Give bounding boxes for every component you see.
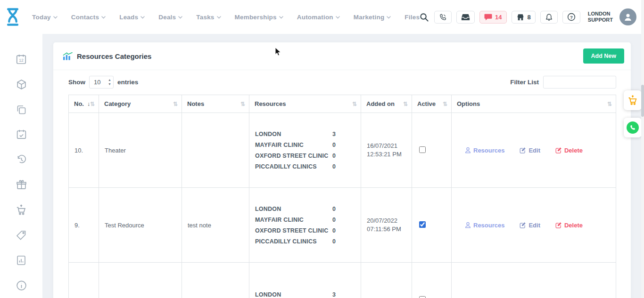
chevron-down-icon [217, 16, 221, 19]
cell-added-on: 16/07/2021 12:53:21 PM [361, 113, 412, 188]
resources-link[interactable]: Resources [465, 222, 504, 229]
delete-icon [555, 222, 562, 228]
edit-link[interactable]: Edit [524, 297, 536, 298]
col-header-options[interactable]: ⇅Options [452, 95, 616, 113]
col-header-added-on[interactable]: ⇅Added on [361, 95, 412, 113]
resource-line: PICCADILLY CLINICS0 [255, 163, 356, 170]
col-header-resources[interactable]: ⇅Resources [249, 95, 361, 113]
resource-line: PICCADILLY CLINICS0 [255, 238, 356, 245]
nav-item-files[interactable]: Files [405, 14, 420, 21]
search-button[interactable] [420, 13, 429, 22]
col-header-no[interactable]: ⇅↓No. [69, 95, 99, 113]
floating-widgets [624, 90, 642, 137]
chevron-down-icon [387, 16, 391, 19]
user-avatar[interactable] [619, 8, 636, 25]
nav-item-memberships[interactable]: Memberships [235, 14, 283, 21]
sidebar-item-reports[interactable] [0, 248, 42, 273]
filter-label: Filter List [510, 79, 539, 86]
svg-text:?: ? [570, 15, 573, 20]
sort-icon: ⇅ [443, 101, 447, 107]
resource-line: OXFORD STREET CLINIC0 [255, 227, 356, 234]
resource-line: LONDON3 [255, 291, 356, 298]
nav-item-marketing[interactable]: Marketing [354, 14, 391, 21]
phone-calls-button[interactable] [434, 11, 452, 24]
active-checkbox[interactable] [419, 146, 426, 153]
active-checkbox[interactable] [419, 296, 426, 298]
bell-icon [545, 13, 553, 21]
sidebar-item-gifts[interactable] [0, 172, 42, 197]
card-body: Show 10 ▲▼ entries Filter List [53, 70, 631, 298]
nav-item-today[interactable]: Today [32, 14, 58, 21]
cell-active [412, 188, 452, 263]
sidebar-item-tags[interactable] [0, 223, 42, 248]
col-header-category[interactable]: ⇅Category [99, 95, 182, 113]
main-nav: Today Contacts Leads Deals Tasks Members… [32, 14, 420, 21]
sidebar-item-appointments[interactable] [0, 122, 42, 147]
resource-line: MAYFAIR CLINIC0 [255, 142, 356, 148]
nav-item-automation[interactable]: Automation [297, 14, 340, 21]
delete-link[interactable]: Delete [564, 297, 583, 298]
resource-line: MAYFAIR CLINIC0 [255, 217, 356, 223]
delete-link[interactable]: Delete [555, 147, 583, 154]
help-button[interactable]: ? [562, 11, 580, 24]
sidebar-item-products[interactable] [0, 72, 42, 97]
nav-item-leads[interactable]: Leads [119, 14, 145, 21]
table-header-row: ⇅↓No. ⇅Category ⇅Notes ⇅Resources ⇅Added… [69, 95, 616, 113]
nav-item-contacts[interactable]: Contacts [71, 14, 106, 21]
entries-label: entries [117, 79, 138, 86]
sidebar-item-info[interactable] [0, 273, 42, 298]
page-title: Resources Categories [77, 52, 151, 60]
edit-icon [520, 147, 526, 153]
person-icon [465, 147, 471, 153]
cell-options: Resources Edit Delete [452, 263, 616, 298]
notifications-button[interactable] [540, 11, 558, 24]
col-header-active[interactable]: ⇅Active [412, 95, 452, 113]
resources-link[interactable]: Resources [465, 297, 496, 298]
scrollbar-thumb[interactable] [641, 85, 644, 117]
edit-link[interactable]: Edit [520, 147, 540, 154]
app-logo[interactable] [0, 7, 25, 27]
active-checkbox[interactable] [419, 221, 426, 228]
inbox-button[interactable] [456, 11, 475, 24]
person-icon [465, 222, 471, 228]
chat-messages-button[interactable]: 14 [479, 11, 506, 24]
gift-icon [16, 179, 27, 191]
vertical-scrollbar[interactable] [641, 0, 644, 298]
cube-icon [16, 79, 27, 90]
store-button[interactable]: 8 [512, 11, 536, 24]
add-new-button[interactable]: Add New [583, 48, 624, 64]
cell-category: Theater [99, 113, 182, 188]
calendar-check-icon [16, 129, 27, 140]
chevron-down-icon [336, 16, 340, 19]
chevron-down-icon [140, 16, 145, 19]
file-chart-icon [16, 255, 27, 266]
cell-resources: LONDON0 MAYFAIR CLINIC0 OXFORD STREET CL… [249, 188, 361, 263]
sidebar-item-calendar[interactable]: 12 [0, 47, 42, 72]
col-header-notes[interactable]: ⇅Notes [182, 95, 249, 113]
cell-options: Resources Edit Delete [452, 188, 616, 263]
calendar-icon: 12 [15, 53, 27, 65]
filter-input[interactable] [543, 76, 616, 89]
phone-icon [629, 124, 636, 131]
chevron-down-icon [101, 16, 106, 19]
cell-no: 9. [69, 188, 99, 263]
person-icon [623, 12, 633, 22]
floating-cart-button[interactable] [624, 90, 642, 110]
sidebar-item-history[interactable] [0, 147, 42, 172]
cell-active [412, 263, 452, 298]
svg-text:12: 12 [19, 58, 24, 63]
sidebar-item-pages[interactable] [0, 97, 42, 122]
sidebar-item-cart[interactable] [0, 197, 42, 222]
edit-link[interactable]: Edit [520, 222, 540, 229]
delete-link[interactable]: Delete [555, 222, 583, 229]
resources-link[interactable]: Resources [465, 147, 504, 154]
nav-item-tasks[interactable]: Tasks [196, 14, 221, 21]
chat-count-badge: 14 [495, 14, 502, 21]
page-size-select-wrap: 10 ▲▼ [89, 76, 114, 89]
page-size-select[interactable]: 10 [89, 76, 114, 89]
floating-phone-button[interactable] [624, 118, 642, 137]
search-icon [420, 13, 429, 22]
resource-line: OXFORD STREET CLINIC0 [255, 153, 356, 159]
nav-item-deals[interactable]: Deals [158, 14, 182, 21]
cell-notes [182, 263, 249, 298]
